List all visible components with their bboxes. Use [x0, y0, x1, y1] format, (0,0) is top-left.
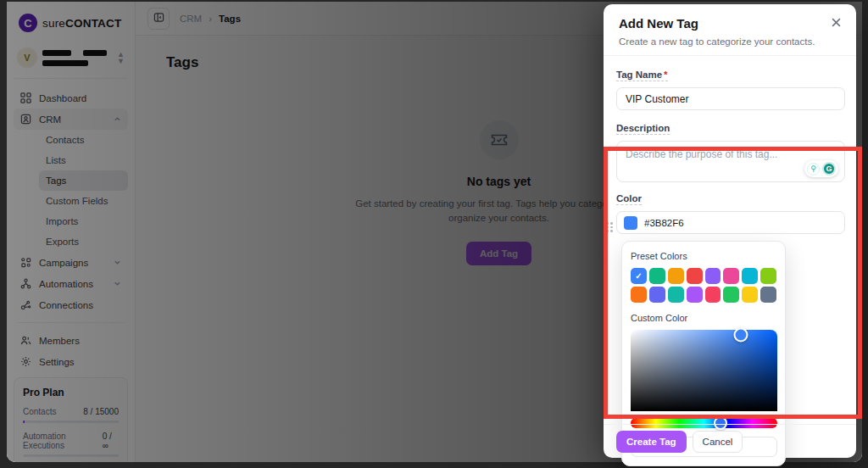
- preset-color-swatch[interactable]: [687, 287, 703, 303]
- suggestion-bulb-icon[interactable]: ⚲: [807, 163, 820, 176]
- required-asterisk: *: [664, 70, 667, 80]
- color-label: Color: [616, 193, 642, 205]
- saturation-thumb[interactable]: [733, 327, 748, 342]
- preset-color-swatch[interactable]: [687, 268, 703, 284]
- modal-title: Add New Tag: [619, 16, 841, 31]
- modal-footer: Create Tag Cancel: [604, 424, 856, 458]
- preset-color-swatch[interactable]: [742, 268, 758, 284]
- preset-color-swatch[interactable]: [649, 268, 665, 284]
- tag-name-input[interactable]: [616, 87, 845, 110]
- add-new-tag-modal: Add New Tag Create a new tag to categori…: [604, 4, 856, 458]
- preset-colors-label: Preset Colors: [631, 251, 776, 261]
- preset-color-swatch[interactable]: [705, 268, 721, 284]
- cancel-button[interactable]: Cancel: [693, 431, 743, 453]
- preset-color-swatch[interactable]: [760, 287, 776, 303]
- custom-color-label: Custom Color: [631, 313, 776, 323]
- modal-header: Add New Tag Create a new tag to categori…: [604, 4, 856, 56]
- tag-name-label-text: Tag Name: [616, 70, 662, 80]
- preset-color-swatch[interactable]: [705, 287, 721, 303]
- tag-name-label: Tag Name*: [616, 70, 668, 81]
- panel-resize-handle[interactable]: [606, 222, 613, 232]
- modal-body: Tag Name* Description ⚲ G Color #3B82F6 …: [604, 56, 856, 466]
- description-label: Description: [616, 123, 670, 135]
- selected-color-swatch: [624, 216, 637, 230]
- preset-color-swatch[interactable]: [760, 268, 776, 284]
- modal-subtitle: Create a new tag to categorize your cont…: [619, 36, 841, 47]
- close-icon: [832, 17, 841, 30]
- selected-color-hex: #3B82F6: [644, 218, 684, 228]
- preset-color-swatch[interactable]: [649, 287, 665, 303]
- color-input[interactable]: #3B82F6: [616, 211, 845, 234]
- preset-color-swatch[interactable]: [742, 287, 758, 303]
- saturation-brightness-area[interactable]: [631, 330, 777, 411]
- preset-color-grid: [631, 268, 776, 303]
- description-field-wrap: ⚲ G: [616, 141, 845, 182]
- preset-color-swatch[interactable]: [668, 268, 684, 284]
- preset-color-swatch[interactable]: [723, 268, 739, 284]
- close-button[interactable]: [827, 14, 844, 31]
- preset-color-swatch[interactable]: [668, 287, 684, 303]
- preset-color-swatch[interactable]: [631, 287, 647, 303]
- create-tag-button[interactable]: Create Tag: [616, 431, 687, 453]
- grammar-assistant-widget[interactable]: ⚲ G: [804, 160, 838, 177]
- preset-color-swatch[interactable]: [631, 268, 647, 284]
- preset-color-swatch[interactable]: [723, 287, 739, 303]
- grammarly-icon[interactable]: G: [822, 162, 836, 176]
